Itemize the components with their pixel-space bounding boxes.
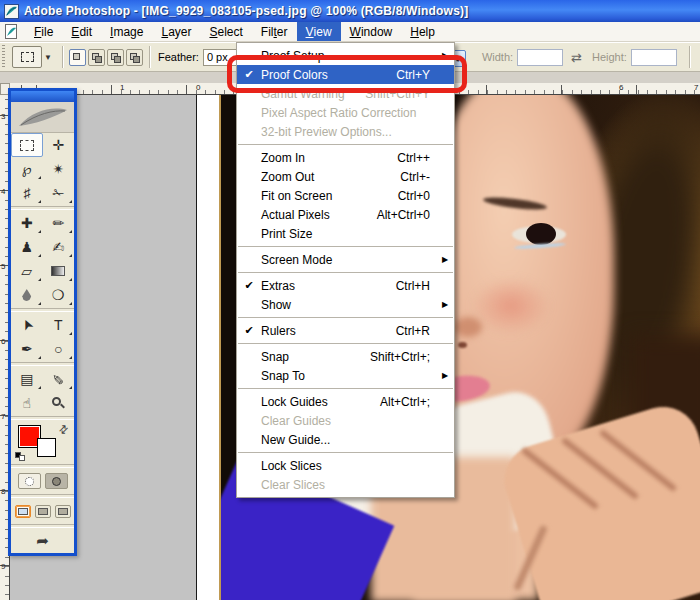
slice-tool[interactable]: ✁ [43,181,75,205]
eraser-tool[interactable]: ▱ [11,259,43,283]
toolbox-title-bar[interactable] [11,91,74,102]
intersect-selection-button[interactable] [126,49,143,66]
menu-item-label: Snap To [261,369,430,383]
menu-file[interactable]: File [25,22,62,41]
zoom-tool[interactable] [43,391,75,415]
quick-mask-mode-button[interactable] [45,473,68,489]
dodge-tool[interactable]: ❍ [43,283,75,307]
menu-window[interactable]: Window [341,22,402,41]
fullscreen-button[interactable] [55,505,71,518]
menu-item-label: Print Size [261,227,430,241]
menu-help[interactable]: Help [401,22,444,41]
swap-colors-icon[interactable]: ⇄ [56,422,72,438]
mask-mode-row [11,469,74,493]
rectangular-marquee-icon [21,52,34,62]
pen-tool[interactable]: ✒ [11,337,43,361]
menu-item-lock-guides[interactable]: Lock GuidesAlt+Ctrl+; [237,392,454,411]
width-label: Width: [482,51,513,63]
brush-tool[interactable]: ✏ [43,211,75,235]
menu-item-label: Zoom Out [261,170,400,184]
rectangular-marquee-tool[interactable] [11,133,43,157]
width-input[interactable] [517,49,563,66]
document-icon [4,24,19,39]
menu-layer[interactable]: Layer [152,22,200,41]
options-grip-handle[interactable] [2,45,5,69]
hand-tool[interactable]: ☝ [11,391,43,415]
blur-tool[interactable] [11,283,43,307]
menu-edit[interactable]: Edit [62,22,101,41]
menu-item-show[interactable]: Show▶ [237,295,454,314]
menu-item-label: Pixel Aspect Ratio Correction [261,106,430,120]
menu-item-actual-pixels[interactable]: Actual PixelsAlt+Ctrl+0 [237,205,454,224]
menu-separator [238,144,453,145]
subtract-from-selection-button[interactable] [107,49,124,66]
default-colors-icon[interactable] [15,452,26,461]
menu-image[interactable]: Image [101,22,152,41]
new-selection-button[interactable] [69,49,86,66]
menu-filter[interactable]: Filter [252,22,297,41]
menu-item-32-bit-preview-options: 32-bit Preview Options... [237,122,454,141]
ruler-number: 6 [619,83,623,92]
standard-mode-button[interactable] [18,473,41,489]
path-selection-tool[interactable]: ➤ [11,313,43,337]
menu-item-zoom-in[interactable]: Zoom InCtrl++ [237,148,454,167]
menu-item-pixel-aspect-ratio-correction: Pixel Aspect Ratio Correction [237,103,454,122]
type-tool[interactable]: T [43,313,75,337]
ruler-number: 4 [1,187,5,196]
menu-bar: FileEditImageLayerSelectFilterViewWindow… [0,22,700,42]
notes-tool[interactable]: ▤ [11,367,43,391]
photo-cheek [471,277,551,335]
height-input[interactable] [631,49,677,66]
crop-tool[interactable]: ♯ [11,181,43,205]
menu-item-clear-slices: Clear Slices [237,475,454,494]
chevron-down-icon[interactable]: ▼ [44,53,52,62]
tool-preset-button[interactable] [12,46,42,68]
gradient-tool[interactable] [43,259,75,283]
separator [11,308,74,312]
shape-tool[interactable]: ○ [43,337,75,361]
menu-view[interactable]: View [297,22,341,41]
history-brush-tool[interactable]: ✍ [43,235,75,259]
menu-item-proof-colors[interactable]: ✔Proof ColorsCtrl+Y [237,65,454,84]
feather-label: Feather: [158,51,199,63]
feather-input[interactable] [203,49,240,66]
menu-item-screen-mode[interactable]: Screen Mode▶ [237,250,454,269]
menu-item-label: Gamut Warning [261,87,365,101]
menu-item-proof-setup[interactable]: Proof Setup▶ [237,46,454,65]
menu-separator [238,388,453,389]
healing-brush-tool[interactable]: ✚ [11,211,43,235]
ruler-number: 0 [196,83,200,92]
jump-to-imageready-button[interactable]: ➦ [36,532,49,550]
menu-separator [238,343,453,344]
swap-dimensions-icon[interactable]: ⇄ [571,50,582,65]
menu-item-snap[interactable]: SnapShift+Ctrl+; [237,347,454,366]
fullscreen-with-menubar-button[interactable] [35,505,51,518]
separator [11,464,74,468]
menu-shortcut: Ctrl++ [397,151,442,165]
menu-item-rulers[interactable]: ✔RulersCtrl+R [237,321,454,340]
move-tool[interactable]: ✛ [43,133,75,157]
menu-item-extras[interactable]: ✔ExtrasCtrl+H [237,276,454,295]
photo-eye-iris [526,223,556,245]
standard-screen-mode-button[interactable] [15,505,31,518]
add-to-selection-button[interactable] [88,49,105,66]
photo-nostril [458,342,467,348]
menu-item-lock-slices[interactable]: Lock Slices [237,456,454,475]
submenu-arrow-icon: ▶ [442,255,450,264]
ruler-number: 6 [1,337,5,346]
menu-item-new-guide[interactable]: New Guide... [237,430,454,449]
background-color-swatch[interactable] [37,438,56,457]
lasso-tool[interactable]: ℘ [11,157,43,181]
jump-row: ➦ [11,529,74,553]
clone-stamp-tool[interactable]: ♟ [11,235,43,259]
menu-item-label: Fit on Screen [261,189,398,203]
eyedropper-tool[interactable]: ✎ [43,367,75,391]
menu-item-print-size[interactable]: Print Size [237,224,454,243]
menu-item-snap-to[interactable]: Snap To▶ [237,366,454,385]
checkmark-icon: ✔ [237,68,261,81]
menu-item-zoom-out[interactable]: Zoom OutCtrl+- [237,167,454,186]
menu-select[interactable]: Select [200,22,251,41]
magic-wand-tool[interactable]: ✴ [43,157,75,181]
menu-item-fit-on-screen[interactable]: Fit on ScreenCtrl+0 [237,186,454,205]
menu-item-label: Extras [261,279,396,293]
